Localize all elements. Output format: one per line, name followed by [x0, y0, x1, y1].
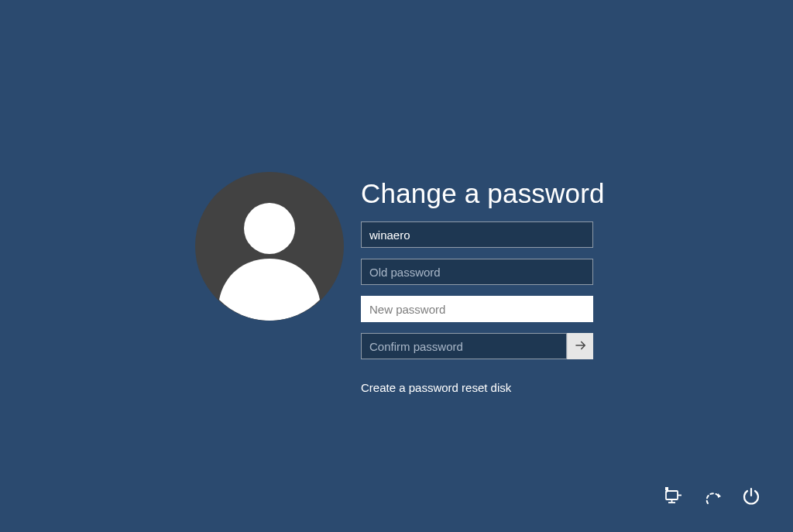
accessibility-icon: [702, 486, 723, 510]
page-title: Change a password: [361, 178, 605, 209]
svg-rect-1: [666, 491, 678, 499]
svg-rect-4: [665, 487, 668, 490]
ease-of-access-button[interactable]: [702, 487, 723, 509]
new-password-row: [361, 296, 605, 322]
create-reset-disk-link[interactable]: Create a password reset disk: [361, 381, 605, 394]
form-column: Change a password Create a password rese…: [361, 172, 605, 394]
new-password-input[interactable]: [361, 296, 593, 322]
network-icon: [664, 486, 684, 510]
svg-marker-7: [718, 493, 721, 498]
username-input[interactable]: [361, 221, 593, 248]
power-button[interactable]: [740, 487, 762, 509]
user-avatar: [195, 172, 344, 321]
change-password-panel: Change a password Create a password rese…: [195, 172, 605, 394]
confirm-password-input[interactable]: [361, 333, 567, 359]
corner-controls: [663, 487, 762, 509]
submit-button[interactable]: [567, 333, 593, 359]
power-icon: [741, 486, 761, 510]
svg-point-0: [244, 203, 295, 254]
username-row: [361, 221, 605, 248]
network-button[interactable]: [663, 487, 685, 509]
arrow-right-icon: [574, 338, 588, 355]
old-password-row: [361, 259, 605, 285]
confirm-password-row: [361, 333, 605, 359]
old-password-input[interactable]: [361, 259, 593, 285]
